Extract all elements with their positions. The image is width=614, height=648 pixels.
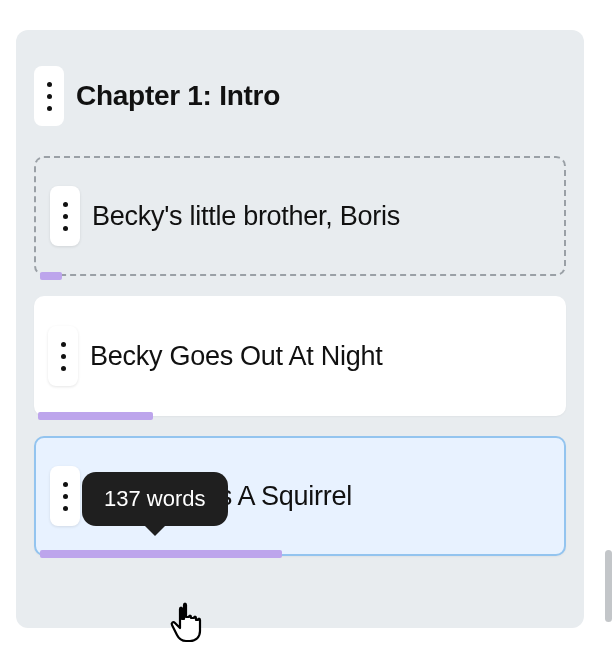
scene-title: Becky's little brother, Boris <box>92 201 400 232</box>
scrollbar-thumb[interactable] <box>605 550 612 622</box>
drag-vertical-icon <box>63 482 68 511</box>
scene-title: Becky Sees A Squirrel <box>92 481 352 512</box>
drag-vertical-icon <box>47 82 52 111</box>
scene-drag-handle[interactable] <box>48 326 78 386</box>
scene-drag-handle[interactable] <box>50 186 80 246</box>
scene-drag-handle[interactable] <box>50 466 80 526</box>
outline-panel: Chapter 1: Intro Becky's little brother,… <box>16 30 584 628</box>
scene-title: Becky Goes Out At Night <box>90 341 382 372</box>
drag-vertical-icon <box>63 202 68 231</box>
scene-card[interactable]: Becky Goes Out At Night <box>34 296 566 416</box>
chapter-header: Chapter 1: Intro <box>34 48 566 156</box>
chapter-drag-handle[interactable] <box>34 66 64 126</box>
scene-card-selected[interactable]: Becky Sees A Squirrel 137 words <box>34 436 566 556</box>
word-progress-bar[interactable] <box>38 412 153 420</box>
chapter-title: Chapter 1: Intro <box>76 80 280 112</box>
word-progress-bar[interactable] <box>40 550 282 558</box>
word-progress-bar[interactable] <box>40 272 62 280</box>
scene-card-dragging[interactable]: Becky's little brother, Boris <box>34 156 566 276</box>
drag-vertical-icon <box>61 342 66 371</box>
